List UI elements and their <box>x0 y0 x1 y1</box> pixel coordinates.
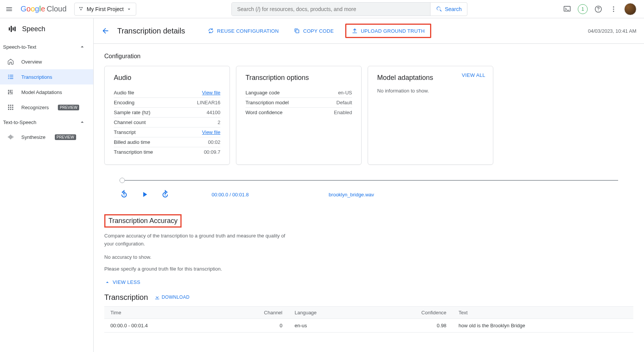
kv-key: Transcript <box>114 129 135 135</box>
home-icon <box>7 58 14 65</box>
sidebar-item-synthesize[interactable]: Synthesize PREVIEW <box>0 129 93 145</box>
svg-rect-27 <box>8 137 9 138</box>
cloud-shell-icon[interactable] <box>563 5 572 14</box>
no-info-text: No information to show. <box>377 88 484 94</box>
svg-rect-28 <box>9 135 10 139</box>
sidebar-item-transcriptions[interactable]: Transcriptions <box>0 69 93 84</box>
kv-value: 2 <box>218 119 220 125</box>
hamburger-menu-icon[interactable] <box>5 5 14 14</box>
adaptations-card: VIEW ALL Model adaptations No informatio… <box>368 66 493 165</box>
accuracy-description: Compare accuracy of the transcription to… <box>104 232 295 248</box>
main-content: Transcription details REUSE CONFIGURATIO… <box>94 18 644 352</box>
svg-point-5 <box>613 6 614 7</box>
table-row[interactable]: 00:00.0 - 00:01.40en-us0.98how old is th… <box>104 319 633 332</box>
preview-badge: PREVIEW <box>55 134 76 140</box>
project-picker[interactable]: My First Project <box>74 3 136 16</box>
kv-row: Transcription modelDefault <box>245 98 352 108</box>
view-all-link[interactable]: VIEW ALL <box>462 72 485 78</box>
kv-key: Language code <box>245 90 280 96</box>
cell-language: en-us <box>289 319 367 332</box>
kv-row: EncodingLINEAR16 <box>114 98 220 108</box>
search-box: Search <box>231 2 467 16</box>
accuracy-no-data: No accuracy to show. <box>104 254 633 260</box>
svg-text:5: 5 <box>164 194 166 196</box>
dropdown-icon <box>126 6 132 12</box>
sidebar-item-overview[interactable]: Overview <box>0 54 93 69</box>
grid-icon <box>7 104 14 111</box>
refresh-icon <box>208 28 214 34</box>
project-icon <box>78 6 84 12</box>
kv-row: Audio fileView file <box>114 88 220 98</box>
svg-rect-29 <box>10 135 11 139</box>
svg-rect-20 <box>12 105 13 106</box>
sidebar-group-stt[interactable]: Speech-to-Text <box>0 40 93 54</box>
transcription-title: Transcription <box>104 293 148 302</box>
slider-thumb[interactable] <box>120 178 125 183</box>
kv-key: Audio file <box>114 90 134 96</box>
help-icon[interactable] <box>594 5 603 14</box>
svg-point-6 <box>613 8 614 10</box>
search-button[interactable]: Search <box>430 3 467 16</box>
kv-row: Channel count2 <box>114 118 220 127</box>
svg-rect-23 <box>12 107 13 108</box>
sidebar-item-label: Transcriptions <box>21 74 52 80</box>
kv-key: Sample rate (hz) <box>114 110 150 115</box>
svg-rect-22 <box>10 107 11 108</box>
download-button[interactable]: DOWNLOAD <box>154 294 190 300</box>
svg-point-7 <box>613 11 614 12</box>
google-cloud-logo[interactable]: GoogleCloud <box>20 5 67 13</box>
svg-rect-17 <box>11 92 12 95</box>
svg-point-1 <box>81 7 82 8</box>
col-channel: Channel <box>218 306 289 319</box>
svg-rect-18 <box>8 105 9 106</box>
cell-time: 00:00.0 - 00:01.4 <box>104 319 218 332</box>
forward-5-button[interactable]: 5 <box>161 190 170 199</box>
upload-ground-truth-button[interactable]: UPLOAD GROUND TRUTH <box>345 24 431 38</box>
svg-rect-25 <box>10 109 11 110</box>
sidebar-item-adaptations[interactable]: Model Adaptations <box>0 84 93 100</box>
replay-5-button[interactable]: 5 <box>120 190 129 199</box>
svg-rect-19 <box>10 105 11 106</box>
col-time: Time <box>104 306 218 319</box>
cell-channel: 0 <box>218 319 289 332</box>
wave-icon <box>7 133 14 141</box>
col-confidence: Confidence <box>367 306 453 319</box>
chevron-up-icon <box>79 43 86 50</box>
download-icon <box>154 294 160 300</box>
player-slider[interactable] <box>120 180 618 181</box>
svg-point-0 <box>79 7 80 8</box>
search-input[interactable] <box>237 6 425 12</box>
transcription-table: Time Channel Language Confidence Text 00… <box>104 306 633 333</box>
kv-key: Channel count <box>114 119 146 125</box>
svg-text:5: 5 <box>123 194 125 196</box>
copy-code-button[interactable]: COPY CODE <box>290 25 337 36</box>
svg-rect-11 <box>14 27 16 31</box>
kv-key: Transcription time <box>114 149 153 155</box>
copy-icon <box>294 28 300 34</box>
sidebar-item-recognizers[interactable]: Recognizers PREVIEW <box>0 100 93 115</box>
kv-value: Default <box>336 100 352 105</box>
reuse-config-button[interactable]: REUSE CONFIGURATION <box>204 25 282 36</box>
notifications-badge[interactable]: 1 <box>578 4 588 14</box>
more-vert-icon[interactable] <box>609 5 618 14</box>
preview-badge: PREVIEW <box>58 105 79 110</box>
user-avatar[interactable] <box>624 3 636 15</box>
play-button[interactable] <box>140 190 149 199</box>
back-button[interactable] <box>101 27 110 35</box>
sidebar-header: Speech <box>0 18 93 40</box>
kv-link[interactable]: View file <box>202 90 220 96</box>
cell-text: how old is the Brooklyn Bridge <box>453 319 633 332</box>
page-title: Transcription details <box>117 27 185 35</box>
audio-card: Audio Audio fileView fileEncodingLINEAR1… <box>104 66 230 165</box>
sidebar-item-label: Synthesize <box>21 134 46 140</box>
svg-rect-12 <box>8 90 9 92</box>
view-less-button[interactable]: VIEW LESS <box>104 279 633 285</box>
svg-rect-32 <box>296 30 299 33</box>
replay-icon: 5 <box>120 190 129 199</box>
kv-row: Sample rate (hz)44100 <box>114 108 220 118</box>
sidebar-group-tts[interactable]: Text-to-Speech <box>0 115 93 129</box>
svg-rect-21 <box>8 107 9 108</box>
kv-link[interactable]: View file <box>202 129 220 135</box>
kv-key: Transcription model <box>245 100 289 105</box>
search-icon <box>436 6 443 13</box>
